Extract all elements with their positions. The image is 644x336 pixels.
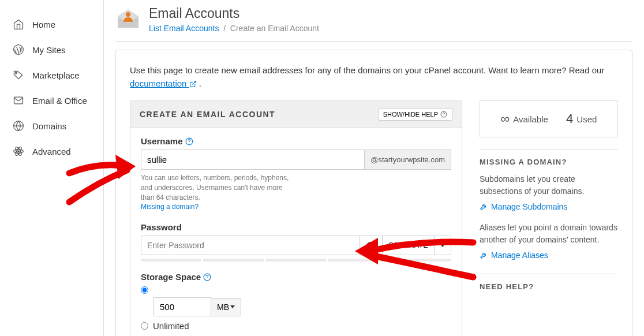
storage-label: Storage Space — [141, 272, 451, 282]
username-hint: You can use letters, numbers, periods, h… — [141, 173, 291, 202]
info-icon[interactable] — [203, 273, 211, 281]
svg-point-1 — [16, 72, 17, 74]
password-label: Password — [141, 222, 451, 232]
subdomain-text: Subdomains let you create subsections of… — [480, 173, 618, 197]
sidebar-label: Home — [32, 20, 55, 29]
storage-custom-radio[interactable] — [141, 286, 148, 294]
sidebar-label: Email & Office — [32, 96, 87, 106]
svg-rect-2 — [14, 97, 23, 104]
svg-point-4 — [18, 151, 20, 152]
external-link-icon — [189, 80, 197, 88]
sidebar-item-marketplace[interactable]: Marketplace — [0, 62, 103, 88]
available-label: Available — [513, 114, 548, 124]
documentation-link[interactable]: documentation — [130, 79, 197, 88]
chevron-down-icon — [440, 244, 445, 247]
generate-password-button[interactable]: GENERATE — [383, 236, 435, 255]
breadcrumb: List Email Accounts / Create an Email Ac… — [149, 24, 319, 33]
missing-domain-title: MISSING A DOMAIN? — [480, 149, 618, 166]
intro-text: Use this page to create new email addres… — [130, 64, 618, 90]
toggle-password-visibility-button[interactable] — [360, 236, 383, 255]
wordpress-icon — [13, 44, 24, 55]
wrench-icon — [480, 251, 488, 259]
generate-dropdown-button[interactable] — [435, 236, 451, 255]
sidebar-item-home[interactable]: Home — [0, 12, 103, 37]
password-input[interactable] — [141, 236, 360, 255]
question-icon — [440, 111, 447, 118]
email-accounts-icon — [115, 6, 141, 31]
sidebar-item-advanced[interactable]: Advanced — [0, 139, 103, 164]
stats-box: ∞ Available 4 Used — [480, 100, 618, 137]
eye-off-icon — [366, 240, 376, 251]
wrench-icon — [480, 203, 488, 211]
username-input[interactable] — [141, 150, 364, 169]
sidebar-label: Advanced — [32, 147, 71, 156]
home-icon — [13, 18, 24, 30]
show-hide-help-button[interactable]: SHOW/HIDE HELP — [378, 108, 452, 121]
content-panel: Use this page to create new email addres… — [115, 50, 632, 336]
svg-point-8 — [126, 12, 130, 17]
sidebar-item-email[interactable]: Email & Office — [0, 88, 103, 113]
domain-selector[interactable]: @startyourwpsite.com — [364, 150, 451, 169]
breadcrumb-current: Create an Email Account — [230, 24, 319, 33]
used-count: 4 — [566, 111, 573, 126]
storage-value-input[interactable] — [153, 297, 211, 316]
sidebar-item-mysites[interactable]: My Sites — [0, 37, 103, 62]
storage-unit-dropdown[interactable]: MB — [211, 298, 241, 316]
page-header: Email Accounts List Email Accounts / Cre… — [115, 0, 632, 42]
unlimited-label: Unlimited — [153, 321, 189, 331]
breadcrumb-link[interactable]: List Email Accounts — [149, 24, 219, 33]
chevron-down-icon — [230, 305, 235, 308]
side-info: ∞ Available 4 Used MISSING A DOMAIN? Sub… — [480, 100, 618, 336]
missing-domain-link[interactable]: Missing a domain? — [141, 203, 199, 211]
create-account-panel: CREATE AN EMAIL ACCOUNT SHOW/HIDE HELP U… — [130, 100, 462, 336]
storage-unlimited-radio[interactable] — [141, 322, 148, 330]
used-label: Used — [576, 114, 597, 124]
mail-icon — [13, 95, 24, 106]
sidebar-label: My Sites — [32, 45, 66, 55]
tag-icon — [13, 69, 24, 81]
globe-icon — [13, 120, 24, 132]
manage-aliases-link[interactable]: Manage Aliases — [480, 251, 618, 260]
main-content: Email Accounts List Email Accounts / Cre… — [104, 0, 644, 336]
password-strength-meter — [141, 259, 451, 262]
need-help-title: NEED HELP? — [480, 274, 618, 291]
sidebar-item-domains[interactable]: Domains — [0, 113, 103, 139]
atom-icon — [13, 145, 24, 157]
page-title: Email Accounts — [149, 6, 319, 21]
panel-title: CREATE AN EMAIL ACCOUNT — [140, 110, 275, 119]
alias-text: Aliases let you point a domain towards a… — [480, 222, 618, 246]
info-icon[interactable] — [185, 137, 193, 145]
username-label: Username — [141, 136, 451, 146]
infinity-icon: ∞ — [501, 111, 510, 126]
manage-subdomains-link[interactable]: Manage Subdomains — [480, 202, 618, 211]
sidebar: Home My Sites Marketplace Email & Office… — [0, 0, 104, 336]
sidebar-label: Domains — [32, 121, 66, 131]
sidebar-label: Marketplace — [32, 70, 80, 80]
